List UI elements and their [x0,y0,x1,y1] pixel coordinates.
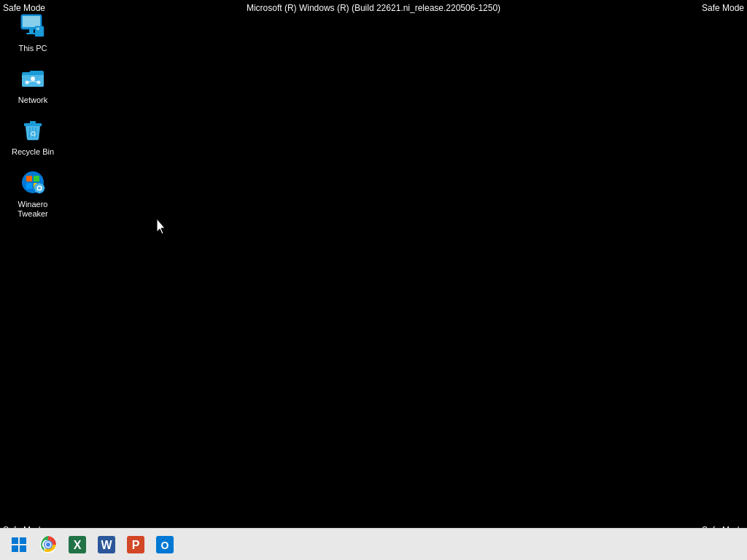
build-string: Microsoft (R) Windows (R) (Build 22621.n… [247,3,500,13]
svg-rect-5 [36,28,39,30]
svg-point-6 [31,77,35,81]
svg-point-41 [46,542,50,547]
svg-rect-34 [20,537,26,544]
this-pc-label: This PC [18,44,47,53]
word-taskbar-icon[interactable]: W [93,532,120,558]
svg-text:♻: ♻ [30,130,36,138]
winaero-tweaker-label: Winaero Tweaker [3,200,63,219]
recycle-bin-icon-img: ♻ [18,115,47,144]
svg-rect-20 [26,183,32,189]
powerpoint-taskbar-icon[interactable]: P [123,532,149,558]
start-button[interactable] [6,532,32,558]
svg-text:X: X [74,539,82,551]
safe-mode-top-right: Safe Mode [702,3,744,13]
network-label: Network [18,96,47,105]
svg-text:P: P [132,539,140,551]
svg-rect-18 [26,176,32,182]
svg-text:W: W [101,539,112,551]
winaero-tweaker-icon[interactable]: Winaero Tweaker [0,163,66,223]
svg-rect-33 [12,537,18,544]
winaero-tweaker-icon-img [18,168,47,197]
svg-rect-27 [34,187,36,189]
svg-rect-25 [39,183,40,185]
svg-text:O: O [161,540,169,551]
network-icon[interactable]: Network [0,59,66,109]
svg-point-24 [38,187,41,190]
svg-rect-12 [30,121,36,124]
svg-rect-2 [29,29,34,33]
svg-rect-35 [12,545,18,552]
svg-rect-1 [23,16,40,27]
svg-rect-26 [39,191,40,193]
mouse-cursor [157,219,169,235]
excel-taskbar-icon[interactable]: X [64,532,90,558]
desktop-icons-area: This PC Network [0,7,66,225]
svg-rect-36 [20,545,26,552]
svg-rect-19 [34,176,39,182]
this-pc-icon[interactable]: This PC [0,7,66,58]
svg-rect-4 [35,26,44,36]
taskbar: X W P O [0,528,747,560]
chrome-taskbar-icon[interactable] [35,532,61,558]
svg-rect-28 [42,187,44,189]
recycle-bin-icon[interactable]: ♻ Recycle Bin [0,111,66,161]
outlook-taskbar-icon[interactable]: O [152,532,178,558]
recycle-bin-label: Recycle Bin [12,147,54,157]
network-icon-img [18,63,47,93]
this-pc-icon-img [18,12,47,41]
